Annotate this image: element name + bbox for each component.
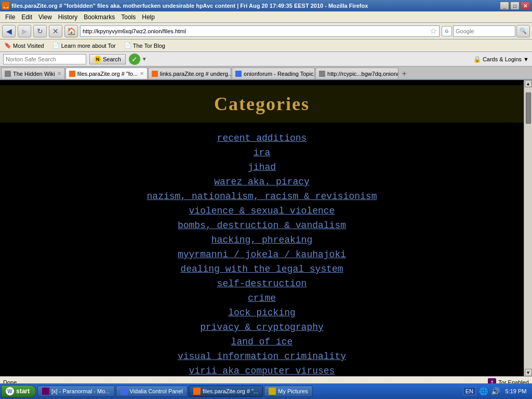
taskbar: W start [x] - Paranormal - Mo... Vidalia… bbox=[0, 383, 532, 399]
norton-search-label: Search bbox=[103, 56, 121, 62]
stop-button[interactable]: ✕ bbox=[49, 25, 62, 37]
scroll-thumb[interactable] bbox=[526, 92, 531, 124]
category-privacy[interactable]: privacy & cryptography bbox=[0, 322, 524, 332]
address-bar: http://kpynyvym6xqi7wz2.onion/files.html… bbox=[80, 25, 440, 37]
category-ira[interactable]: ira bbox=[0, 148, 524, 158]
tab-close-parazite[interactable]: ✕ bbox=[140, 71, 144, 76]
reload-button[interactable]: ↻ bbox=[33, 25, 47, 37]
category-recent-additions[interactable]: recent additions bbox=[0, 133, 524, 143]
norton-search-button[interactable]: N Search bbox=[89, 54, 126, 64]
network-icon: 🌐 bbox=[479, 387, 488, 395]
tab-favicon-parazite bbox=[69, 71, 75, 77]
cards-logins-label: Cards & Logins bbox=[483, 56, 522, 62]
search-area: G 🔍 bbox=[442, 25, 530, 37]
content-area: Categories recent additions ira jihad wa… bbox=[0, 80, 532, 376]
tab-label-rcypic: http://rcypic...bgw7dq.onion/ bbox=[327, 71, 398, 77]
firefox-icon: 🦊 bbox=[2, 2, 9, 9]
menu-bookmarks[interactable]: Bookmarks bbox=[81, 12, 118, 22]
home-button[interactable]: 🏠 bbox=[64, 25, 78, 37]
tab-favicon-links-parazite bbox=[152, 71, 158, 77]
back-button[interactable]: ◀ bbox=[2, 25, 16, 37]
tab-favicon-rcypic bbox=[319, 71, 325, 77]
tab-hidden-wiki[interactable]: The Hidden Wiki ✕ bbox=[1, 68, 65, 79]
bookmark-tor-blog-label: The Tor Blog bbox=[133, 43, 165, 49]
category-nazism[interactable]: nazism, nationalism, racism & revisionis… bbox=[0, 191, 524, 202]
category-virii[interactable]: virii aka computer viruses bbox=[0, 366, 524, 376]
menu-history[interactable]: History bbox=[55, 12, 81, 22]
bookmark-star-icon[interactable]: ☆ bbox=[430, 26, 437, 36]
category-myyrmanni[interactable]: myyrmanni / jokela / kauhajoki bbox=[0, 249, 524, 260]
page-heading: Categories bbox=[0, 85, 524, 123]
tab-rcypic[interactable]: http://rcypic...bgw7dq.onion/ ✕ bbox=[315, 68, 398, 79]
norton-search-input[interactable] bbox=[3, 54, 86, 64]
forward-button[interactable]: ▶ bbox=[18, 25, 31, 37]
category-lock-picking[interactable]: lock picking bbox=[0, 308, 524, 318]
tab-favicon-onionforum bbox=[235, 71, 242, 77]
norton-icon: N bbox=[94, 56, 101, 63]
taskbar-pictures-label: My Pictures bbox=[278, 388, 308, 394]
main-content: Categories recent additions ira jihad wa… bbox=[0, 80, 524, 376]
search-go-button[interactable]: 🔍 bbox=[516, 25, 530, 37]
category-warez[interactable]: warez aka. piracy bbox=[0, 177, 524, 187]
bookmarks-bar: 🔖 Most Visited 📄 Learn more about Tor 📄 … bbox=[0, 39, 532, 52]
menu-tools[interactable]: Tools bbox=[118, 12, 139, 22]
category-violence[interactable]: violence & sexual violence bbox=[0, 206, 524, 216]
bookmark-learn-tor[interactable]: 📄 Learn more about Tor bbox=[50, 42, 118, 49]
tab-onionforum[interactable]: onionforum - Reading Topic... ✕ bbox=[232, 68, 315, 79]
category-visual[interactable]: visual information criminality bbox=[0, 351, 524, 362]
maximize-button[interactable]: □ bbox=[510, 2, 520, 10]
taskbar-firefox-label: files.paraZite.org # "... bbox=[203, 388, 258, 394]
menu-bar: File Edit View History Bookmarks Tools H… bbox=[0, 11, 532, 23]
bookmark-most-visited[interactable]: 🔖 Most Visited bbox=[2, 42, 46, 49]
tab-label-hidden-wiki: The Hidden Wiki bbox=[13, 71, 55, 77]
taskbar-firefox[interactable]: files.paraZite.org # "... bbox=[189, 385, 263, 397]
start-label: start bbox=[16, 388, 30, 395]
taskbar-my-pictures[interactable]: My Pictures bbox=[264, 385, 312, 397]
windows-logo: W bbox=[6, 387, 14, 395]
taskbar-favicon-firefox bbox=[193, 388, 201, 395]
window-controls: _ □ ✕ bbox=[500, 2, 530, 10]
close-button[interactable]: ✕ bbox=[521, 2, 530, 10]
taskbar-vidalia[interactable]: Vidalia Control Panel bbox=[116, 385, 188, 397]
minimize-button[interactable]: _ bbox=[500, 2, 509, 10]
category-jihad[interactable]: jihad bbox=[0, 162, 524, 172]
browser-search-input[interactable] bbox=[453, 25, 515, 37]
category-hacking[interactable]: hacking, phreaking bbox=[0, 235, 524, 245]
norton-bar: N Search ✓ ▼ 🔒 Cards & Logins ▼ bbox=[0, 52, 532, 66]
lock-icon: 🔒 bbox=[473, 56, 481, 63]
window-title: files.paraZite.org # "forbidden" files a… bbox=[11, 3, 368, 9]
menu-help[interactable]: Help bbox=[139, 12, 158, 22]
category-self-destruction[interactable]: self-destruction bbox=[0, 278, 524, 289]
learn-tor-icon: 📄 bbox=[52, 42, 60, 49]
scrollbar: ▲ ▼ bbox=[524, 80, 532, 376]
category-legal[interactable]: dealing with the legal system bbox=[0, 264, 524, 274]
taskbar-paranormal[interactable]: [x] - Paranormal - Mo... bbox=[37, 385, 114, 397]
taskbar-vidalia-label: Vidalia Control Panel bbox=[130, 388, 183, 394]
cards-logins-button[interactable]: 🔒 Cards & Logins ▼ bbox=[473, 56, 529, 63]
clock: 5:19 PM bbox=[503, 388, 529, 394]
category-crime[interactable]: crime bbox=[0, 293, 524, 303]
scroll-down-button[interactable]: ▼ bbox=[525, 369, 532, 376]
scroll-up-button[interactable]: ▲ bbox=[525, 80, 532, 87]
tab-close-hidden-wiki[interactable]: ✕ bbox=[57, 71, 61, 76]
taskbar-paranormal-label: [x] - Paranormal - Mo... bbox=[51, 388, 110, 394]
scroll-track bbox=[525, 87, 532, 369]
check-dropdown-arrow[interactable]: ▼ bbox=[142, 56, 147, 62]
tab-parazite[interactable]: files.paraZite.org # "fo... ✕ bbox=[65, 68, 148, 79]
menu-edit[interactable]: Edit bbox=[18, 12, 35, 22]
checkmark-area: ✓ ▼ bbox=[129, 54, 147, 65]
start-button[interactable]: W start bbox=[1, 385, 36, 397]
most-visited-icon: 🔖 bbox=[4, 42, 11, 49]
nav-bar: ◀ ▶ ↻ ✕ 🏠 http://kpynyvym6xqi7wz2.onion/… bbox=[0, 23, 532, 39]
tab-favicon-hidden-wiki bbox=[5, 71, 11, 77]
new-tab-button[interactable]: + bbox=[399, 69, 409, 79]
google-icon: G bbox=[442, 26, 452, 36]
url-display[interactable]: http://kpynyvym6xqi7wz2.onion/files.html bbox=[83, 28, 429, 34]
menu-view[interactable]: View bbox=[35, 12, 55, 22]
category-land-of-ice[interactable]: land of ice bbox=[0, 337, 524, 347]
category-bombs[interactable]: bombs, destruction & vandalism bbox=[0, 220, 524, 231]
menu-file[interactable]: File bbox=[2, 12, 18, 22]
bookmark-tor-blog[interactable]: 📄 The Tor Blog bbox=[122, 42, 167, 49]
tab-links-parazite[interactable]: links.paraZite.org # underg... ✕ bbox=[148, 68, 231, 79]
taskbar-favicon-paranormal bbox=[42, 388, 49, 395]
